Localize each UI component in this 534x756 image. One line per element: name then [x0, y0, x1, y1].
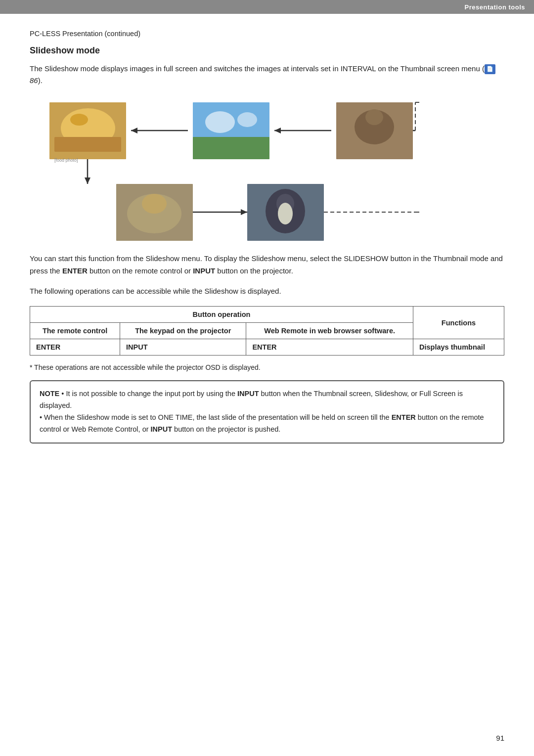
diagram-svg: [food photo]	[49, 97, 420, 241]
intro-link: 86	[30, 76, 38, 85]
note-bullet2-end2: button on the projector is pushed.	[172, 425, 280, 433]
page-link-icon: 📄	[485, 64, 495, 74]
functions-header: Functions	[413, 307, 504, 339]
page-number: 91	[496, 734, 504, 742]
svg-marker-6	[131, 128, 137, 133]
button-operation-header: Button operation	[30, 307, 413, 323]
svg-marker-12	[274, 128, 281, 133]
body-text-2: The following operations can be accessib…	[30, 285, 504, 298]
body-text-1-mid: button on the remote control or	[88, 267, 193, 275]
body-text-1-end: button on the projector.	[215, 267, 293, 275]
body-text-1: You can start this function from the Sli…	[30, 253, 504, 277]
col1-header: The remote control	[30, 323, 120, 339]
footnote: * These operations are not accessible wh…	[30, 363, 504, 371]
svg-point-22	[142, 194, 167, 214]
note-bullet2-pre: • When the Slideshow mode is set to ONE …	[40, 413, 392, 421]
col2-header: The keypad on the projector	[120, 323, 246, 339]
header-title: Presentation tools	[465, 3, 525, 11]
page-content: PC-LESS Presentation (continued) Slidesh…	[0, 14, 534, 463]
svg-point-10	[237, 112, 257, 127]
svg-point-15	[365, 109, 383, 125]
input-bold-1: INPUT	[193, 267, 215, 275]
slideshow-diagram: [food photo]	[49, 97, 420, 241]
input-cell: INPUT	[120, 339, 246, 356]
functions-cell: Displays thumbnail	[413, 339, 504, 356]
svg-marker-24	[241, 209, 247, 215]
svg-point-9	[205, 111, 235, 133]
header-bar: Presentation tools	[0, 0, 534, 14]
col3-header: Web Remote in web browser software.	[246, 323, 413, 339]
svg-rect-3	[54, 137, 121, 152]
note-bullet2-bold: ENTER	[392, 413, 416, 421]
intro-text-before: The Slideshow mode displays images in fu…	[30, 64, 485, 73]
table-row: ENTER INPUT ENTER Displays thumbnail	[30, 339, 504, 356]
svg-text:[food photo]: [food photo]	[54, 158, 78, 163]
enter-bold-1: ENTER	[62, 267, 88, 275]
note-bullet1-pre: • It is not possible to change the input…	[59, 390, 237, 398]
section-title: Slideshow mode	[30, 45, 504, 56]
svg-point-2	[70, 114, 88, 126]
enter-cell: ENTER	[30, 339, 120, 356]
enter-web-cell: ENTER	[246, 339, 413, 356]
note-label: NOTE	[40, 390, 59, 398]
svg-point-28	[278, 203, 293, 224]
intro-text-after: ).	[38, 76, 43, 85]
svg-marker-19	[85, 178, 90, 184]
note-bullet1-bold: INPUT	[237, 390, 259, 398]
svg-rect-8	[193, 137, 269, 159]
note-bullet2-bold2: INPUT	[151, 425, 173, 433]
operations-table: Button operation Functions The remote co…	[30, 306, 504, 356]
intro-paragraph: The Slideshow mode displays images in fu…	[30, 63, 504, 87]
note-box: NOTE • It is not possible to change the …	[30, 380, 504, 444]
breadcrumb: PC-LESS Presentation (continued)	[30, 30, 504, 38]
